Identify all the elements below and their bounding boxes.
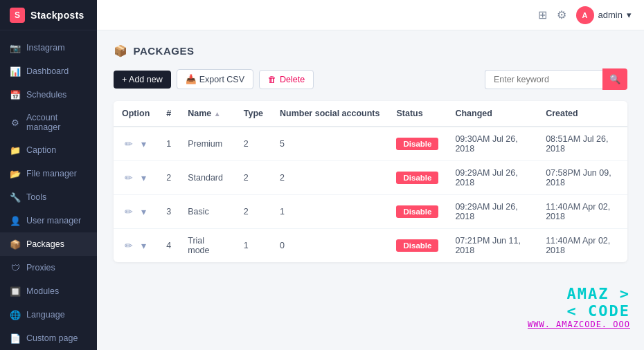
sidebar-item-schedules[interactable]: 📅 Schedules — [0, 83, 97, 107]
cell-status: Disable — [388, 229, 447, 263]
sidebar-nav: 📷 Instagram 📊 Dashboard 📅 Schedules ⚙ Ac… — [0, 30, 97, 350]
watermark: AMAZ > < CODE WWW. AMAZCODE. OOO — [528, 285, 630, 329]
nav-icon: 🔲 — [10, 286, 21, 297]
cell-created: 11:40AM Apr 02, 2018 — [537, 229, 627, 263]
nav-icon: 📁 — [10, 145, 21, 156]
table-header-row: Option # Name ▲ Type Number social accou… — [114, 101, 627, 127]
packages-table: Option # Name ▲ Type Number social accou… — [114, 101, 627, 262]
sidebar-item-language[interactable]: 🌐 Language — [0, 303, 97, 326]
sidebar-item-label: Custom page — [26, 333, 78, 343]
sidebar-item-account-manager[interactable]: ⚙ Account manager — [0, 107, 97, 138]
dropdown-icon[interactable]: ▾ — [138, 137, 149, 151]
packages-icon: 📦 — [114, 44, 128, 57]
cell-option: ✏ ▾ — [114, 229, 158, 263]
cell-status: Disable — [388, 161, 447, 195]
sidebar-item-dashboard[interactable]: 📊 Dashboard — [0, 59, 97, 83]
delete-icon: 🗑 — [268, 75, 277, 84]
cell-created: 08:51AM Jul 26, 2018 — [537, 127, 627, 161]
search-button[interactable]: 🔍 — [602, 68, 627, 90]
page-title: 📦 PACKAGES — [114, 44, 194, 57]
export-csv-button[interactable]: 📥 Export CSV — [177, 69, 253, 89]
sidebar-item-packages[interactable]: 📦 Packages — [0, 232, 97, 256]
sidebar-item-label: User manager — [26, 216, 81, 225]
watermark-line2: < CODE — [528, 302, 630, 320]
search-input[interactable] — [485, 70, 602, 89]
dropdown-icon[interactable]: ▾ — [138, 205, 149, 219]
cell-type: 2 — [235, 161, 271, 195]
nav-icon: 🌐 — [10, 309, 21, 320]
watermark-line3: WWW. AMAZCODE. OOO — [528, 320, 630, 329]
add-new-button[interactable]: + Add new — [114, 71, 171, 89]
search-box: 🔍 — [485, 68, 627, 90]
cell-number: 2 — [158, 161, 179, 195]
cell-name: Trial mode — [179, 229, 235, 263]
sidebar-item-label: Modules — [26, 286, 59, 296]
content-area: 📦 PACKAGES + Add new 📥 Export CSV 🗑 Dele… — [97, 30, 644, 350]
col-created: Created — [537, 101, 627, 127]
sidebar-item-caption[interactable]: 📁 Caption — [0, 138, 97, 162]
col-option: Option — [114, 101, 158, 127]
cell-changed: 07:21PM Jun 11, 2018 — [447, 229, 537, 263]
nav-icon: 📊 — [10, 66, 21, 77]
action-btns: ✏ ▾ — [122, 137, 150, 151]
status-badge[interactable]: Disable — [396, 138, 438, 150]
chevron-down-icon: ▾ — [627, 10, 632, 20]
sidebar-item-modules[interactable]: 🔲 Modules — [0, 279, 97, 303]
grid-icon[interactable]: ⊞ — [538, 8, 547, 21]
cell-option: ✏ ▾ — [114, 161, 158, 195]
topbar: ⊞ ⚙ A admin ▾ — [97, 0, 644, 30]
edit-icon[interactable]: ✏ — [122, 171, 136, 185]
cell-option: ✏ ▾ — [114, 195, 158, 229]
cell-changed: 09:29AM Jul 26, 2018 — [447, 161, 537, 195]
table-row: ✏ ▾ 2 Standard 2 2 Disable 09:29AM Jul 2… — [114, 161, 627, 195]
cell-name: Premium — [179, 127, 235, 161]
cell-name: Standard — [179, 161, 235, 195]
nav-icon: ⚙ — [10, 117, 21, 128]
export-icon: 📥 — [186, 74, 197, 84]
sidebar-item-tools[interactable]: 🔧 Tools — [0, 185, 97, 209]
cell-status: Disable — [388, 195, 447, 229]
action-btns: ✏ ▾ — [122, 205, 150, 219]
sidebar-item-label: Schedules — [26, 90, 66, 100]
toolbar: + Add new 📥 Export CSV 🗑 Delete 🔍 — [114, 68, 627, 90]
table-row: ✏ ▾ 1 Premium 2 5 Disable 09:30AM Jul 26… — [114, 127, 627, 161]
col-type: Type — [235, 101, 271, 127]
sidebar-item-custom-page[interactable]: 📄 Custom page — [0, 326, 97, 350]
status-badge[interactable]: Disable — [396, 172, 438, 184]
cell-status: Disable — [388, 127, 447, 161]
sidebar-item-label: Dashboard — [26, 66, 69, 76]
cell-social-accounts: 1 — [271, 195, 388, 229]
sidebar-item-proxies[interactable]: 🛡 Proxies — [0, 256, 97, 279]
nav-icon: 📷 — [10, 42, 21, 53]
sidebar-item-user-manager[interactable]: 👤 User manager — [0, 209, 97, 232]
sidebar: S Stackposts 📷 Instagram 📊 Dashboard 📅 S… — [0, 0, 97, 350]
col-name[interactable]: Name ▲ — [179, 101, 235, 127]
edit-icon[interactable]: ✏ — [122, 137, 136, 151]
table-row: ✏ ▾ 4 Trial mode 1 0 Disable 07:21PM Jun… — [114, 229, 627, 263]
sidebar-header: S Stackposts — [0, 0, 97, 30]
sidebar-item-file-manager[interactable]: 📂 File manager — [0, 162, 97, 185]
edit-icon[interactable]: ✏ — [122, 205, 136, 219]
edit-icon[interactable]: ✏ — [122, 239, 136, 252]
dropdown-icon[interactable]: ▾ — [138, 239, 149, 252]
nav-icon: 🛡 — [10, 262, 21, 273]
sidebar-item-label: Account manager — [26, 113, 87, 132]
sidebar-item-instagram[interactable]: 📷 Instagram — [0, 36, 97, 59]
action-btns: ✏ ▾ — [122, 239, 150, 252]
nav-icon: 📦 — [10, 239, 21, 250]
cell-option: ✏ ▾ — [114, 127, 158, 161]
gear-icon[interactable]: ⚙ — [557, 8, 566, 21]
cell-name: Basic — [179, 195, 235, 229]
cell-type: 2 — [235, 127, 271, 161]
topbar-icons: ⊞ ⚙ A admin ▾ — [538, 6, 632, 24]
dropdown-icon[interactable]: ▾ — [138, 171, 149, 185]
user-menu[interactable]: A admin ▾ — [576, 6, 632, 24]
status-badge[interactable]: Disable — [396, 239, 438, 252]
cell-created: 11:40AM Apr 02, 2018 — [537, 195, 627, 229]
nav-icon: 📂 — [10, 168, 21, 179]
status-badge[interactable]: Disable — [396, 205, 438, 218]
delete-button[interactable]: 🗑 Delete — [259, 70, 314, 89]
col-number: # — [158, 101, 179, 127]
sidebar-item-label: Language — [26, 310, 65, 320]
nav-icon: 👤 — [10, 215, 21, 226]
